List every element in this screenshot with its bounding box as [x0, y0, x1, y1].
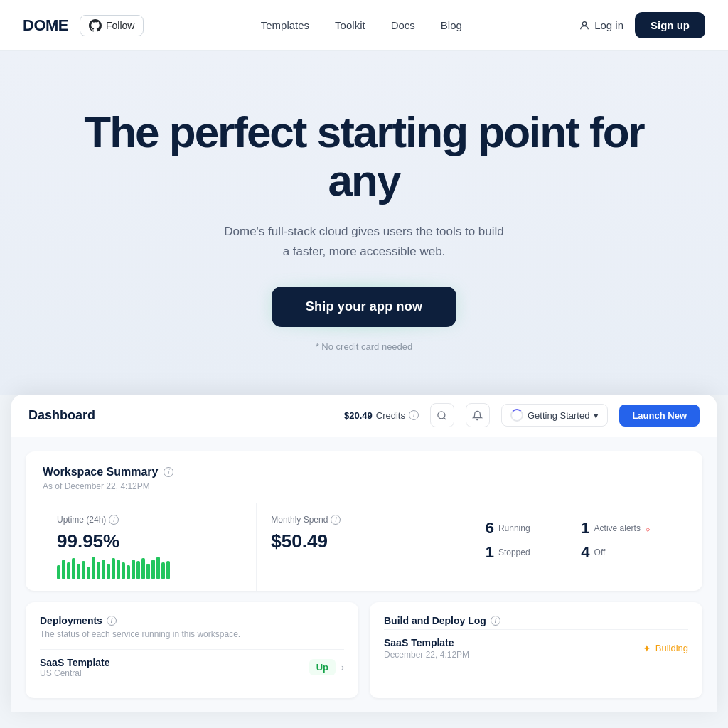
- running-status: 6 Running: [486, 519, 576, 537]
- spend-value: $50.49: [271, 530, 456, 552]
- uptime-bar: [82, 561, 85, 579]
- uptime-bar: [146, 564, 150, 579]
- bell-icon: [472, 410, 483, 421]
- dashboard-preview: Dashboard $20.49 Credits i Getting Start…: [11, 395, 717, 712]
- uptime-bar: [102, 560, 105, 579]
- svg-point-1: [438, 412, 445, 419]
- uptime-bar: [72, 558, 75, 579]
- nav-links: Templates Toolkit Docs Blog: [261, 19, 462, 32]
- nav-docs[interactable]: Docs: [391, 19, 415, 31]
- off-count: 4: [581, 543, 589, 562]
- credits-label: Credits: [376, 410, 405, 421]
- alerts-label: Active alerts: [594, 523, 641, 533]
- running-label: Running: [498, 523, 530, 533]
- uptime-bar: [161, 562, 165, 579]
- uptime-bar: [151, 560, 155, 579]
- search-icon: [437, 410, 447, 421]
- building-badge: ✦ Building: [643, 643, 688, 654]
- uptime-bar: [107, 564, 110, 579]
- workspace-date: As of December 22, 4:12PM: [43, 481, 685, 491]
- nav-templates[interactable]: Templates: [261, 19, 309, 31]
- deployments-info-icon[interactable]: i: [107, 616, 117, 626]
- loading-spinner: [510, 409, 523, 422]
- log-row[interactable]: SaaS Template December 22, 4:12PM ✦ Buil…: [384, 629, 688, 667]
- uptime-bar: [87, 567, 90, 579]
- building-spinner-icon: ✦: [643, 643, 651, 654]
- login-button[interactable]: Log in: [579, 19, 623, 31]
- deployment-location: US Central: [40, 668, 110, 678]
- uptime-bar: [166, 561, 170, 579]
- chevron-down-icon: ▾: [594, 410, 599, 421]
- stopped-count: 1: [486, 543, 494, 562]
- github-icon: [89, 19, 102, 32]
- running-count: 6: [486, 519, 494, 537]
- log-name: SaaS Template: [384, 637, 469, 648]
- hero-headline: The perfect starting point for any: [44, 108, 684, 205]
- user-icon: [579, 20, 590, 31]
- log-row-inner: SaaS Template December 22, 4:12PM ✦ Buil…: [384, 637, 688, 660]
- uptime-bar: [117, 560, 120, 579]
- cta-button[interactable]: Ship your app now: [272, 287, 456, 327]
- uptime-bar: [122, 562, 125, 579]
- uptime-bar: [77, 564, 80, 579]
- hero-subtext: Dome's full-stack cloud gives users the …: [17, 222, 711, 260]
- uptime-bars: [57, 557, 242, 579]
- notifications-button[interactable]: [466, 403, 490, 427]
- off-status: 4 Off: [581, 543, 671, 562]
- workspace-title: Workspace Summary: [43, 466, 158, 478]
- search-button[interactable]: [430, 403, 454, 427]
- uptime-bar: [136, 561, 140, 579]
- deployment-row[interactable]: SaaS Template US Central Up ›: [40, 649, 344, 685]
- dashboard-content: Workspace Summary i As of December 22, 4…: [11, 437, 717, 712]
- no-credit-card-notice: * No credit card needed: [17, 341, 711, 352]
- alerts-count: 1: [581, 519, 589, 537]
- deployments-title: Deployments i: [40, 615, 344, 626]
- alert-icon: ⬦: [645, 523, 651, 534]
- credits-badge: $20.49 Credits i: [344, 410, 419, 421]
- nav-toolkit[interactable]: Toolkit: [335, 19, 365, 31]
- uptime-bar: [127, 565, 130, 579]
- up-badge: Up: [309, 659, 336, 675]
- dashboard-title: Dashboard: [28, 408, 95, 423]
- build-log-title: Build and Deploy Log i: [384, 615, 688, 626]
- deployments-subtitle: The status of each service running in th…: [40, 629, 344, 639]
- deployment-status-wrap: Up ›: [309, 659, 344, 675]
- uptime-bar: [62, 560, 65, 579]
- uptime-bar: [92, 557, 95, 579]
- spend-label: Monthly Spend i: [271, 515, 456, 525]
- dashboard-topbar: Dashboard $20.49 Credits i Getting Start…: [11, 395, 717, 437]
- arrow-right-icon: ›: [341, 663, 344, 673]
- stopped-label: Stopped: [498, 547, 530, 557]
- status-panel: 6 Running 1 Active alerts ⬦ 1 Stopped: [471, 503, 685, 591]
- workspace-card: Workspace Summary i As of December 22, 4…: [26, 451, 702, 591]
- workspace-info-icon[interactable]: i: [164, 467, 173, 477]
- deployment-name: SaaS Template: [40, 657, 110, 668]
- nav-blog[interactable]: Blog: [441, 19, 462, 31]
- follow-label: Follow: [106, 20, 134, 31]
- off-label: Off: [594, 547, 606, 557]
- uptime-bar: [67, 562, 70, 579]
- uptime-bar: [141, 558, 145, 579]
- hero-section: The perfect starting point for any Dome'…: [0, 51, 728, 395]
- getting-started-button[interactable]: Getting Started ▾: [501, 404, 608, 427]
- navbar: DOME Follow Templates Toolkit Docs Blog …: [0, 0, 728, 51]
- stopped-status: 1 Stopped: [486, 543, 576, 562]
- uptime-info-icon[interactable]: i: [109, 515, 119, 525]
- logo: DOME: [23, 16, 68, 35]
- github-follow-button[interactable]: Follow: [80, 15, 144, 36]
- launch-new-button[interactable]: Launch New: [619, 405, 700, 427]
- workspace-header: Workspace Summary i: [43, 466, 685, 478]
- log-info: SaaS Template December 22, 4:12PM: [384, 637, 469, 660]
- uptime-value: 99.95%: [57, 530, 242, 552]
- credits-info-icon[interactable]: i: [409, 410, 419, 420]
- build-log-info-icon[interactable]: i: [491, 616, 500, 626]
- build-log-panel: Build and Deploy Log i SaaS Template Dec…: [370, 602, 702, 698]
- signup-button[interactable]: Sign up: [635, 12, 705, 38]
- uptime-label: Uptime (24h) i: [57, 515, 242, 525]
- svg-line-2: [444, 417, 446, 419]
- spend-panel: Monthly Spend i $50.49: [257, 503, 471, 591]
- status-grid: 6 Running 1 Active alerts ⬦ 1 Stopped: [486, 519, 671, 562]
- spend-info-icon[interactable]: i: [331, 515, 341, 525]
- cta-wrapper: Ship your app now: [272, 287, 456, 327]
- nav-right: Log in Sign up: [579, 12, 705, 38]
